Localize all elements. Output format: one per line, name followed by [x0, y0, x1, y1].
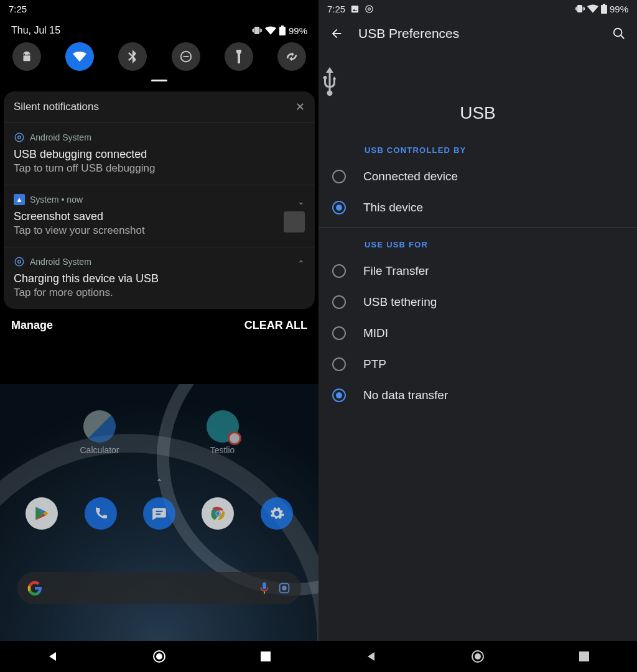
vibrate-icon	[252, 25, 262, 35]
search-button[interactable]	[612, 27, 626, 40]
dock-play-store[interactable]	[26, 497, 58, 530]
radio-label: Connected device	[363, 170, 458, 183]
section-controlled-by: USB CONTROLLED BY	[318, 137, 637, 161]
notif-source: Android System	[30, 257, 91, 267]
screenshot-thumbnail[interactable]	[284, 211, 305, 232]
close-silent-button[interactable]: ✕	[295, 100, 305, 114]
qs-toggle-android[interactable]	[12, 42, 41, 71]
app-bar: USB Preferences	[318, 17, 637, 50]
qs-toggle-rotate[interactable]	[277, 42, 306, 71]
radio-no-data-transfer[interactable]: No data transfer	[318, 380, 637, 411]
radio-ptp[interactable]: PTP	[318, 349, 637, 380]
gear-icon	[269, 505, 285, 522]
nav-recents-button[interactable]	[253, 644, 278, 669]
svg-point-3	[15, 133, 24, 142]
dock-phone[interactable]	[85, 497, 117, 530]
settings-circle-icon	[14, 256, 25, 267]
radio-icon	[332, 170, 346, 183]
svg-point-20	[366, 5, 373, 12]
settings-circle-icon	[365, 4, 374, 14]
svg-point-25	[475, 653, 481, 660]
chevron-up-icon[interactable]: ⌃	[297, 259, 305, 269]
notif-body: Tap for more options.	[14, 287, 305, 299]
image-notification-icon	[350, 4, 360, 14]
notif-title: USB debugging connected	[14, 148, 305, 161]
svg-point-12	[216, 512, 220, 515]
notification-usb-debugging[interactable]: Android System USB debugging connected T…	[4, 123, 315, 185]
chevron-down-icon[interactable]: ⌄	[297, 196, 305, 206]
radio-icon	[332, 264, 346, 278]
google-search-bar[interactable]	[17, 572, 301, 604]
nav-back-button[interactable]	[40, 644, 65, 669]
notification-charging[interactable]: Android System ⌃ Charging this device vi…	[4, 247, 315, 309]
svg-point-22	[614, 29, 622, 37]
wifi-icon	[587, 4, 598, 13]
dock-chrome[interactable]	[202, 497, 234, 530]
manage-button[interactable]: Manage	[11, 319, 53, 332]
calculator-icon	[83, 410, 116, 443]
app-drawer-handle[interactable]: ⌃	[0, 477, 318, 487]
qs-toggle-flashlight[interactable]	[225, 42, 253, 71]
svg-rect-8	[156, 513, 161, 515]
usb-hero-title: USB	[318, 103, 637, 123]
qs-toggle-wifi[interactable]	[65, 42, 94, 71]
dnd-icon	[179, 50, 193, 63]
qs-toggle-dnd[interactable]	[172, 42, 200, 71]
nav-home-button[interactable]	[147, 644, 172, 669]
radio-label: No data transfer	[363, 389, 448, 402]
nav-recents-button[interactable]	[572, 644, 597, 669]
clear-all-button[interactable]: CLEAR ALL	[244, 319, 307, 332]
nav-home-button[interactable]	[465, 644, 490, 669]
radio-usb-tethering[interactable]: USB tethering	[318, 287, 637, 318]
qs-expand-handle[interactable]	[151, 80, 167, 81]
silent-notifications-card: Silent notifications ✕ Android System US…	[4, 91, 315, 309]
qs-status-icons: 99%	[252, 25, 307, 36]
usb-hero: USB	[318, 50, 637, 137]
notification-screenshot[interactable]: ▲System • now ⌄ Screenshot saved Tap to …	[4, 185, 315, 247]
page-title: USB Preferences	[358, 26, 597, 41]
qs-date: Thu, Jul 15	[11, 25, 60, 36]
app-calculator[interactable]: Calculator	[80, 410, 119, 455]
status-bar: 7:25 99%	[318, 0, 637, 17]
radio-midi[interactable]: MIDI	[318, 318, 637, 349]
svg-point-21	[368, 7, 371, 10]
svg-point-4	[18, 136, 21, 139]
testlio-icon	[207, 410, 239, 443]
phone-left: 7:25 Thu, Jul 15 99% Silent notification…	[0, 0, 318, 672]
wifi-icon	[73, 51, 86, 62]
svg-point-5	[15, 257, 24, 266]
circle-home-icon	[471, 650, 485, 663]
radio-this-device[interactable]: This device	[318, 192, 637, 223]
radio-icon	[332, 295, 346, 309]
nav-back-button[interactable]	[359, 644, 384, 669]
arrow-left-icon	[330, 27, 343, 40]
notif-title: Screenshot saved	[14, 210, 305, 223]
qs-toggle-bluetooth[interactable]	[118, 42, 147, 71]
wifi-icon	[265, 26, 276, 35]
play-store-icon	[34, 505, 50, 522]
triangle-back-icon	[47, 651, 58, 662]
dock-settings[interactable]	[261, 497, 293, 530]
svg-rect-7	[156, 511, 163, 512]
square-recents-icon	[579, 651, 589, 661]
status-bar: 7:25	[0, 0, 318, 17]
search-icon	[612, 27, 626, 40]
back-button[interactable]	[330, 27, 343, 40]
usb-icon	[318, 67, 341, 97]
notif-body: Tap to view your screenshot	[14, 224, 305, 237]
notif-source: Android System	[30, 132, 91, 142]
notif-title: Charging this device via USB	[14, 272, 305, 285]
radio-label: MIDI	[363, 326, 388, 340]
microphone-icon[interactable]	[258, 581, 271, 595]
dock-messages[interactable]	[143, 497, 175, 530]
app-label: Calculator	[80, 445, 119, 455]
phone-right: 7:25 99% USB Preferences USB USB CONTROL…	[318, 0, 637, 672]
svg-point-15	[282, 586, 286, 590]
google-lens-icon[interactable]	[277, 581, 291, 595]
radio-icon	[332, 389, 346, 402]
radio-icon	[332, 201, 346, 214]
quick-settings-panel: Thu, Jul 15 99%	[4, 21, 315, 88]
app-testlio[interactable]: Testlio	[207, 410, 239, 455]
radio-connected-device[interactable]: Connected device	[318, 161, 637, 192]
radio-file-transfer[interactable]: File Transfer	[318, 255, 637, 287]
